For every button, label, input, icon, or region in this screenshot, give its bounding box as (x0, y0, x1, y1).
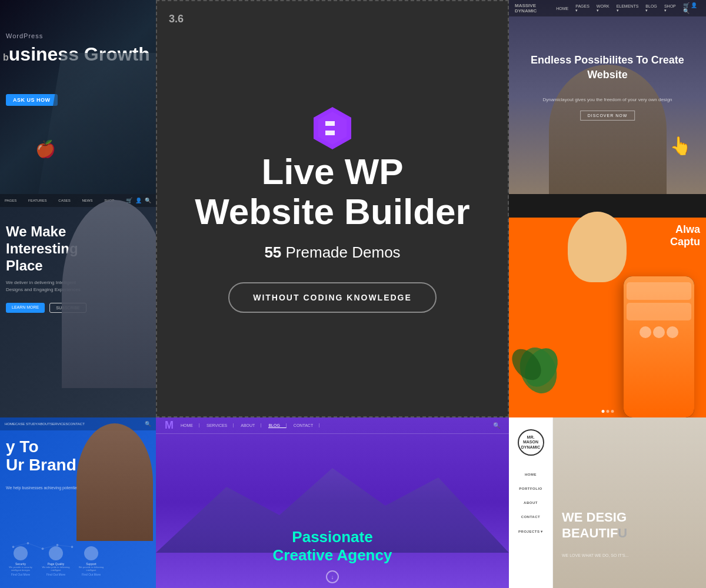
center-panel: 3.6 Live WP Website Builder 55 Premade D… (156, 0, 509, 417)
mr-phone (624, 276, 694, 417)
tr-main-text: Endless Possibilites To Create Website (509, 53, 706, 82)
bl-support-desc: We provide in delivering intelligent (76, 566, 106, 572)
mr-circle-avatars (640, 326, 678, 338)
bl-home: HOME (5, 422, 15, 426)
br-room-bg (553, 417, 706, 588)
title-line1: Live WP (261, 151, 403, 192)
ml-btn-primary[interactable]: LEARN MORE (6, 303, 45, 313)
ml-nav-pages: PAGES (5, 199, 16, 202)
bl-about: ABOUT (38, 422, 50, 426)
version-badge: 3.6 (169, 13, 184, 25)
subtitle-text: Premade Demos (286, 243, 401, 261)
bl-support-icon (84, 546, 98, 560)
mr-phone-screen (624, 276, 694, 417)
mr-dot-3 (611, 410, 614, 413)
thumb-business-growth[interactable]: WordPress business Growth ASK US HOW 🍎 (0, 0, 156, 194)
tr-sub-text: Dynamiclayout gives you the freedom of y… (509, 97, 706, 102)
bl-icons-row: Security We provide in security intellig… (6, 546, 106, 576)
bc-about: ABOUT (241, 423, 261, 427)
bc-blog: BLOG (268, 423, 286, 428)
br-home: HOME (509, 470, 552, 479)
bc-services: SERVICES (207, 423, 234, 427)
br-main-area: WE DESIGBEAUTIFU WE LOVE WHAT WE DO, SO … (553, 417, 706, 588)
br-sub-text: WE LOVE WHAT WE DO, SO IT'S... (562, 553, 703, 559)
tl-people-silhouette (38, 53, 156, 194)
bl-case: CASE STUDY (15, 422, 38, 426)
mr-plant-leaves (515, 318, 562, 406)
ml-nav-features: FEATURES (28, 199, 47, 202)
br-logo-badge: MR.MASONDYNAMIC (518, 429, 544, 456)
bl-support-link[interactable]: Find Out More (76, 573, 106, 576)
br-sidebar: MR.MASONDYNAMIC HOME PORTFOLIO ABOUT CON… (509, 417, 553, 588)
bc-main-text: PassionateCreative Agency (156, 528, 509, 564)
br-about: ABOUT (509, 499, 552, 507)
bl-page-link[interactable]: Find Out More (41, 573, 71, 576)
tr-nav-pages: PAGES ▾ (575, 4, 590, 13)
bl-icon-support: Support We provide in delivering intelli… (76, 546, 106, 576)
br-contact: CONTACT (509, 513, 552, 521)
mr-avatar-2 (653, 326, 665, 338)
mr-dots (601, 410, 614, 413)
mr-dot-2 (606, 410, 609, 413)
bc-logo: M (165, 419, 174, 432)
mr-phone-row-2 (627, 303, 691, 320)
bc-contact: CONTACT (294, 423, 319, 427)
bc-nav: M HOME SERVICES ABOUT BLOG CONTACT 🔍 (156, 417, 509, 434)
bl-page-quality-desc: We take pride in delivering intelligent (41, 566, 71, 572)
wp-label: WordPress (6, 32, 43, 39)
mr-avatar-1 (640, 326, 651, 338)
cta-button[interactable]: WITHOUT CODING KNOWLEDGE (228, 282, 437, 313)
bl-icon-security: Security We provide in security intellig… (6, 546, 35, 576)
thumb-brand[interactable]: HOME CASE STUDY ABOUT SERVICES CONTACT 🔍… (0, 417, 156, 588)
hex-logo (309, 105, 356, 152)
title-line2: Website Builder (195, 191, 469, 232)
bl-sub-text: We help businesses achieving potential (6, 485, 78, 492)
mr-always-text: AlwaCaptu (670, 223, 700, 248)
mr-person-face (568, 212, 627, 282)
tr-nav-home: HOME (556, 6, 568, 11)
thumb-endless-possibilities[interactable]: MASSIVE DYNAMIC HOME PAGES ▾ WORK ▾ ELEM… (509, 0, 706, 194)
br-main-text: WE DESIGBEAUTIFU (562, 510, 703, 541)
bl-person (76, 423, 153, 541)
mr-dot-1 (601, 410, 604, 413)
tr-nav-work: WORK ▾ (597, 4, 610, 13)
cursor-hand-icon: 👆 (670, 135, 691, 156)
bl-security-desc: We provide in security intelligent desig… (6, 566, 35, 572)
tr-cart-icons: 🛒 👤 🔍 (683, 2, 700, 14)
bl-security-icon (14, 546, 28, 560)
mr-plant (515, 312, 562, 417)
thumb-passionate-agency[interactable]: M HOME SERVICES ABOUT BLOG CONTACT 🔍 Pas… (156, 417, 509, 588)
thumb-app-capture[interactable]: AlwaCaptu (509, 194, 706, 417)
tr-nav: MASSIVE DYNAMIC HOME PAGES ▾ WORK ▾ ELEM… (509, 0, 706, 16)
subtitle: 55 Premade Demos (264, 243, 400, 262)
bl-services: SERVICES (50, 422, 68, 426)
bc-home: HOME (181, 423, 199, 427)
thumb-we-make[interactable]: PAGES FEATURES CASES NEWS SHOP 🛒 👤 🔍 We … (0, 194, 156, 417)
main-layout: WordPress business Growth ASK US HOW 🍎 M… (0, 0, 706, 588)
bc-search-icon: 🔍 (493, 422, 500, 429)
tr-nav-blog: BLOG ▾ (645, 4, 657, 13)
tr-nav-shop: SHOP ▾ (664, 4, 676, 13)
mr-phone-row-1 (627, 282, 691, 300)
tr-nav-elements: ELEMENTS ▾ (617, 4, 639, 13)
tr-brand: MASSIVE DYNAMIC (515, 3, 549, 14)
mr-avatar-3 (667, 326, 678, 338)
bl-main-text: y ToUr Brand (6, 438, 76, 475)
main-title: Live WP Website Builder (195, 152, 469, 232)
apple-logo-icon: 🍎 (35, 139, 56, 159)
bl-security-link[interactable]: Find Out More (6, 573, 35, 576)
tl-ask-btn[interactable]: ASK US HOW (6, 94, 58, 106)
bl-icon-page-quality: Page Quality We take pride in delivering… (41, 546, 71, 576)
subtitle-number: 55 (264, 243, 281, 261)
bl-page-quality-icon (49, 546, 63, 560)
br-portfolio: PORTFOLIO (509, 485, 552, 493)
bc-scroll-btn[interactable]: ↓ (326, 570, 339, 583)
br-projects[interactable]: PROJECTS ▾ (509, 527, 552, 536)
tr-person (549, 65, 667, 194)
ml-person (62, 200, 156, 388)
thumb-we-design[interactable]: MR.MASONDYNAMIC HOME PORTFOLIO ABOUT CON… (509, 417, 706, 588)
tr-discover-btn[interactable]: DISCOVER NOW (580, 111, 635, 121)
